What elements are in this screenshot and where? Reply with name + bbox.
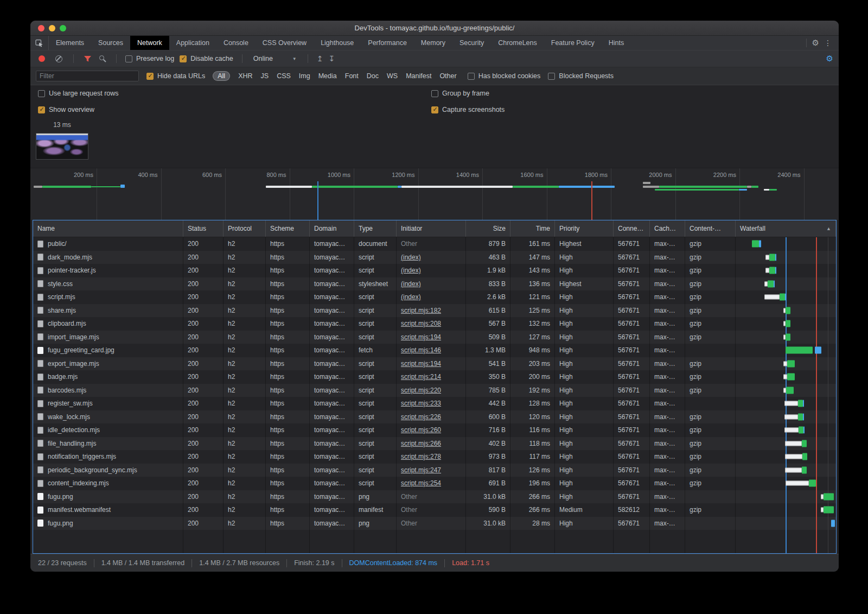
column-header-status[interactable]: Status: [183, 220, 224, 237]
tab-feature-policy[interactable]: Feature Policy: [544, 36, 602, 50]
show-overview-checkbox[interactable]: [38, 106, 45, 113]
has-blocked-cookies-checkbox[interactable]: [468, 73, 475, 80]
tab-console[interactable]: Console: [216, 36, 256, 50]
initiator-link[interactable]: script.mjs:254: [401, 479, 441, 487]
initiator-link[interactable]: script.mjs:233: [401, 400, 441, 407]
table-row[interactable]: import_image.mjs200h2httpstomayac…script…: [33, 331, 836, 344]
disable-cache-checkbox[interactable]: [180, 55, 187, 62]
column-header-size[interactable]: Size: [466, 220, 510, 237]
preserve-log-checkbox[interactable]: [125, 55, 132, 62]
table-row[interactable]: export_image.mjs200h2httpstomayac…script…: [33, 357, 836, 371]
initiator-link[interactable]: script.mjs:266: [401, 440, 441, 447]
initiator-link[interactable]: script.mjs:208: [401, 320, 441, 327]
filter-type-img[interactable]: Img: [299, 72, 310, 80]
table-row[interactable]: wake_lock.mjs200h2httpstomayac…scriptscr…: [33, 410, 836, 424]
column-header-waterfall[interactable]: Waterfall▲: [736, 220, 836, 237]
column-header-type[interactable]: Type: [354, 220, 397, 237]
initiator-link[interactable]: script.mjs:220: [401, 387, 441, 394]
column-header-content-[interactable]: Content-…: [685, 220, 736, 237]
filter-type-doc[interactable]: Doc: [367, 72, 379, 80]
table-row[interactable]: notification_triggers.mjs200h2httpstomay…: [33, 450, 836, 464]
initiator-link[interactable]: script.mjs:260: [401, 426, 441, 434]
column-header-initiator[interactable]: Initiator: [397, 220, 466, 237]
tab-memory[interactable]: Memory: [414, 36, 452, 50]
table-row[interactable]: script.mjs200h2httpstomayac…script(index…: [33, 290, 836, 304]
group-by-frame-checkbox[interactable]: [431, 90, 438, 97]
initiator-link[interactable]: (index): [401, 254, 421, 261]
inspect-element-button[interactable]: [30, 36, 49, 50]
network-conditions-gear-icon[interactable]: ⚙: [826, 55, 833, 63]
column-header-scheme[interactable]: Scheme: [266, 220, 310, 237]
search-icon[interactable]: [99, 55, 104, 60]
more-options-icon[interactable]: ⋮: [821, 39, 834, 47]
filter-type-xhr[interactable]: XHR: [238, 72, 252, 80]
table-row[interactable]: fugu.png200h2httpstomayac…pngOther31.0 k…: [33, 490, 836, 504]
import-har-icon[interactable]: ↥: [317, 54, 323, 63]
filter-input[interactable]: [36, 71, 139, 81]
initiator-link[interactable]: (index): [401, 267, 421, 274]
tab-network[interactable]: Network: [130, 36, 169, 50]
filter-type-ws[interactable]: WS: [387, 72, 398, 80]
table-row[interactable]: style.css200h2httpstomayac…stylesheet(in…: [33, 277, 836, 291]
filter-type-all[interactable]: All: [213, 71, 230, 81]
column-header-name[interactable]: Name: [33, 220, 183, 237]
tab-chromelens[interactable]: ChromeLens: [491, 36, 544, 50]
filter-type-font[interactable]: Font: [345, 72, 359, 80]
throttling-dropdown[interactable]: Online ▼: [251, 55, 299, 62]
filmstrip-screenshot-thumbnail[interactable]: [36, 133, 88, 160]
tab-lighthouse[interactable]: Lighthouse: [314, 36, 361, 50]
table-row[interactable]: manifest.webmanifest200h2httpstomayac…ma…: [33, 503, 836, 517]
table-row[interactable]: public/200h2httpstomayac…documentOther87…: [33, 237, 836, 251]
table-row[interactable]: register_sw.mjs200h2httpstomayac…scripts…: [33, 397, 836, 410]
initiator-link[interactable]: script.mjs:214: [401, 373, 441, 381]
filter-type-other[interactable]: Other: [439, 72, 456, 80]
table-row[interactable]: barcodes.mjs200h2httpstomayac…scriptscri…: [33, 384, 836, 397]
column-header-cach-[interactable]: Cach…: [650, 220, 685, 237]
table-row[interactable]: fugu_greeting_card.jpg200h2httpstomayac……: [33, 344, 836, 357]
capture-screenshots-checkbox[interactable]: [431, 106, 438, 113]
table-row[interactable]: periodic_background_sync.mjs200h2httpsto…: [33, 464, 836, 477]
table-row[interactable]: badge.mjs200h2httpstomayac…scriptscript.…: [33, 370, 836, 384]
table-row[interactable]: fugu.png200h2httpstomayac…pngOther31.0 k…: [33, 517, 836, 530]
initiator-link[interactable]: script.mjs:182: [401, 307, 441, 314]
column-header-protocol[interactable]: Protocol: [224, 220, 266, 237]
tab-application[interactable]: Application: [169, 36, 216, 50]
blocked-requests-checkbox[interactable]: [548, 73, 555, 80]
sort-ascending-icon[interactable]: ▲: [826, 226, 831, 231]
clear-network-log-icon[interactable]: [55, 55, 62, 62]
column-header-priority[interactable]: Priority: [555, 220, 614, 237]
filter-type-manifest[interactable]: Manifest: [406, 72, 431, 80]
column-header-time[interactable]: Time: [510, 220, 555, 237]
tab-sources[interactable]: Sources: [91, 36, 130, 50]
tab-hints[interactable]: Hints: [602, 36, 631, 50]
record-network-log-button[interactable]: [39, 55, 45, 62]
table-row[interactable]: idle_detection.mjs200h2httpstomayac…scri…: [33, 423, 836, 437]
table-row[interactable]: content_indexing.mjs200h2httpstomayac…sc…: [33, 477, 836, 490]
filter-type-css[interactable]: CSS: [277, 72, 291, 80]
filter-type-media[interactable]: Media: [318, 72, 337, 80]
export-har-icon[interactable]: ↧: [329, 54, 335, 63]
column-header-conne-[interactable]: Conne…: [614, 220, 650, 237]
table-row[interactable]: clipboard.mjs200h2httpstomayac…scriptscr…: [33, 317, 836, 331]
filter-type-js[interactable]: JS: [261, 72, 269, 80]
column-header-domain[interactable]: Domain: [310, 220, 354, 237]
initiator-link[interactable]: script.mjs:194: [401, 360, 441, 368]
table-row[interactable]: file_handling.mjs200h2httpstomayac…scrip…: [33, 437, 836, 451]
filter-funnel-icon[interactable]: [84, 55, 92, 62]
initiator-link[interactable]: script.mjs:226: [401, 413, 441, 421]
initiator-link[interactable]: (index): [401, 293, 421, 301]
tab-css-overview[interactable]: CSS Overview: [256, 36, 314, 50]
table-row[interactable]: pointer-tracker.js200h2httpstomayac…scri…: [33, 264, 836, 277]
initiator-link[interactable]: script.mjs:247: [401, 466, 441, 474]
settings-gear-icon[interactable]: ⚙: [812, 39, 819, 47]
tab-performance[interactable]: Performance: [361, 36, 414, 50]
initiator-link[interactable]: script.mjs:278: [401, 453, 441, 460]
use-large-request-rows-checkbox[interactable]: [38, 90, 45, 97]
tab-security[interactable]: Security: [452, 36, 491, 50]
initiator-link[interactable]: script.mjs:146: [401, 346, 441, 354]
table-row[interactable]: share.mjs200h2httpstomayac…scriptscript.…: [33, 304, 836, 318]
network-overview-timeline[interactable]: 200 ms400 ms600 ms800 ms1000 ms1200 ms14…: [30, 168, 839, 220]
initiator-link[interactable]: script.mjs:194: [401, 333, 441, 341]
initiator-link[interactable]: (index): [401, 280, 421, 288]
hide-data-urls-checkbox[interactable]: [146, 73, 154, 80]
